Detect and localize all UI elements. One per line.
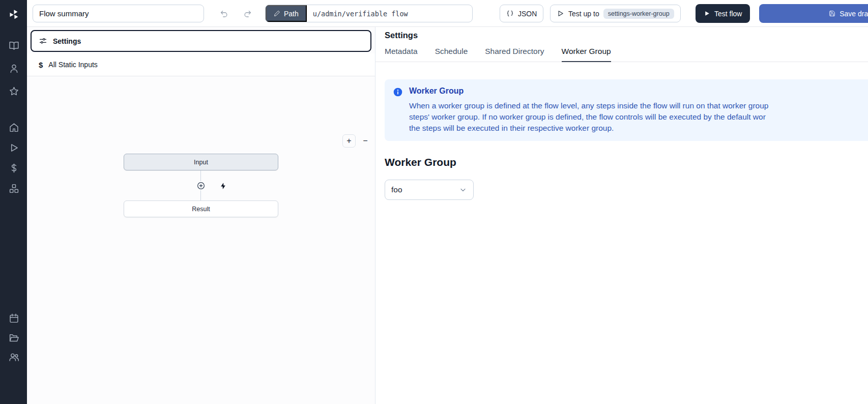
settings-panel: Settings Metadata Schedule Shared Direct… bbox=[375, 27, 868, 404]
add-trigger-button[interactable] bbox=[219, 182, 227, 190]
flow-settings-button[interactable]: Settings bbox=[31, 30, 371, 52]
folder-open-icon bbox=[9, 332, 19, 343]
sidebar-schedules-button[interactable] bbox=[8, 312, 20, 324]
windmill-logo[interactable] bbox=[8, 8, 20, 20]
chevron-down-icon bbox=[459, 186, 467, 194]
path-field-group: Path bbox=[265, 5, 473, 22]
flow-node-result-label: Result bbox=[192, 206, 210, 213]
test-up-to-label: Test up to bbox=[568, 10, 599, 18]
path-input[interactable] bbox=[307, 5, 472, 22]
all-static-inputs-button[interactable]: $ All Static Inputs bbox=[27, 53, 375, 76]
worker-group-info-alert: Worker Group When a worker group is defi… bbox=[385, 79, 868, 141]
calendar-icon bbox=[9, 313, 19, 324]
app-sidebar bbox=[0, 0, 27, 404]
dollar-icon: $ bbox=[39, 61, 43, 69]
test-up-to-button[interactable]: Test up to settings-worker-group bbox=[550, 5, 681, 22]
flow-settings-label: Settings bbox=[53, 37, 81, 45]
flow-node-input[interactable]: Input bbox=[124, 154, 278, 170]
flow-summary-input[interactable] bbox=[33, 5, 204, 22]
sidebar-variables-button[interactable] bbox=[8, 162, 20, 174]
flow-canvas[interactable]: + − Input Result bbox=[27, 77, 374, 404]
play-outline-icon bbox=[557, 10, 564, 17]
alert-text-line: steps' worker group. If no worker group … bbox=[409, 111, 768, 123]
json-label: JSON bbox=[518, 10, 537, 18]
zoom-out-button[interactable]: − bbox=[359, 134, 372, 148]
json-button[interactable]: JSON bbox=[500, 5, 543, 22]
worker-group-section-title: Worker Group bbox=[385, 156, 868, 168]
tab-worker-group[interactable]: Worker Group bbox=[562, 47, 611, 62]
save-draft-button[interactable]: Save draft bbox=[759, 4, 868, 23]
home-icon bbox=[9, 122, 19, 133]
worker-group-select-value: foo bbox=[391, 185, 402, 194]
sidebar-home-button[interactable] bbox=[8, 121, 20, 133]
sidebar-groups-button[interactable] bbox=[8, 351, 20, 363]
topbar: Path JSON Test up to settings-worker-gro… bbox=[27, 0, 868, 27]
alert-text-line: the steps will be executed in their resp… bbox=[409, 123, 768, 134]
undo-button[interactable] bbox=[217, 7, 232, 21]
path-label: Path bbox=[284, 10, 299, 18]
save-draft-label: Save draft bbox=[840, 10, 868, 18]
windmill-logo-icon bbox=[9, 9, 19, 20]
tab-schedule[interactable]: Schedule bbox=[435, 47, 468, 62]
sidebar-user-button[interactable] bbox=[8, 62, 20, 74]
sidebar-docs-button[interactable] bbox=[8, 39, 20, 51]
edit-path-button[interactable]: Path bbox=[266, 5, 307, 22]
test-flow-label: Test flow bbox=[714, 10, 742, 18]
users-icon bbox=[9, 352, 19, 362]
braces-icon bbox=[506, 10, 514, 17]
add-step-button[interactable] bbox=[196, 181, 206, 190]
settings-tabs: Metadata Schedule Shared Directory Worke… bbox=[375, 47, 868, 62]
test-flow-button[interactable]: Test flow bbox=[696, 4, 750, 23]
sidebar-resources-button[interactable] bbox=[8, 182, 20, 194]
flow-graph-panel: Settings $ All Static Inputs + − Input R… bbox=[27, 27, 375, 404]
alert-title: Worker Group bbox=[409, 86, 768, 96]
settings-panel-title: Settings bbox=[385, 31, 868, 40]
redo-icon bbox=[243, 9, 252, 18]
tab-metadata[interactable]: Metadata bbox=[385, 47, 418, 62]
user-icon bbox=[9, 63, 19, 74]
sidebar-folders-button[interactable] bbox=[8, 331, 20, 343]
bolt-icon bbox=[219, 182, 227, 190]
pencil-icon bbox=[274, 10, 280, 17]
zoom-in-button[interactable]: + bbox=[342, 134, 356, 148]
circle-plus-icon bbox=[196, 181, 206, 190]
tab-shared-directory[interactable]: Shared Directory bbox=[485, 47, 544, 62]
redo-button[interactable] bbox=[240, 7, 254, 21]
flow-node-result[interactable]: Result bbox=[124, 200, 278, 217]
alert-text-line: When a worker group is defined at the fl… bbox=[409, 100, 768, 111]
flow-node-input-label: Input bbox=[194, 159, 208, 166]
star-icon bbox=[9, 86, 19, 97]
sidebar-runs-button[interactable] bbox=[8, 141, 20, 154]
test-up-to-target-badge: settings-worker-group bbox=[603, 9, 674, 19]
alert-content: Worker Group When a worker group is defi… bbox=[409, 86, 768, 134]
worker-group-select[interactable]: foo bbox=[385, 180, 474, 200]
all-static-inputs-label: All Static Inputs bbox=[48, 61, 98, 69]
sliders-icon bbox=[39, 37, 47, 45]
undo-icon bbox=[220, 9, 229, 18]
save-icon bbox=[829, 10, 835, 17]
info-icon bbox=[393, 87, 403, 97]
dollar-icon bbox=[9, 163, 19, 174]
play-icon bbox=[9, 142, 19, 153]
sidebar-favorites-button[interactable] bbox=[8, 85, 20, 97]
play-filled-icon bbox=[704, 10, 710, 17]
book-icon bbox=[9, 40, 19, 51]
boxes-icon bbox=[9, 183, 19, 194]
